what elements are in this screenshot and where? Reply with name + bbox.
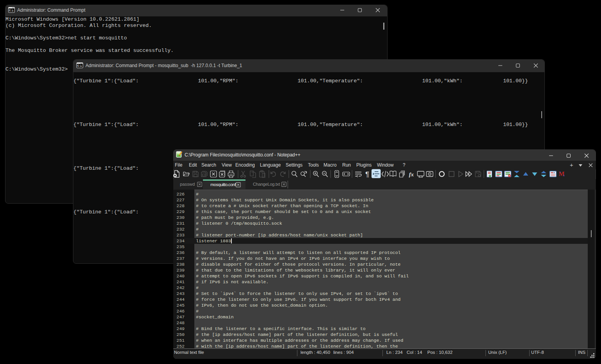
svg-text:C:\: C:\ <box>77 65 82 67</box>
svg-text:fx: fx <box>409 171 414 178</box>
svg-text:¶: ¶ <box>365 170 369 178</box>
svg-text:C:\: C:\ <box>9 9 14 12</box>
